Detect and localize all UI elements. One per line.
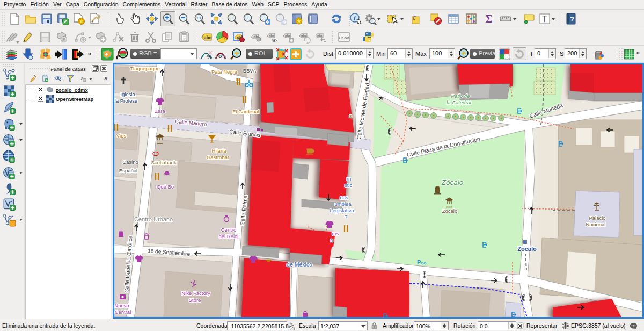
svg-text:P: P (417, 259, 421, 265)
svg-text:Patio de: Patio de (451, 93, 470, 99)
svg-text:rn: rn (347, 176, 351, 182)
svg-text:Gastrobar: Gastrobar (207, 154, 229, 160)
svg-text:o Central: o Central (114, 309, 131, 315)
svg-text:stic: stic (345, 182, 353, 188)
svg-text:Nike Factory: Nike Factory (181, 290, 210, 296)
svg-text:Vips: Vips (116, 133, 127, 139)
svg-text:Zocalo: Zocalo (442, 208, 458, 214)
svg-text:Zara: Zara (155, 108, 165, 114)
svg-text:Pata Negra: Pata Negra (211, 69, 238, 75)
svg-text:7: 7 (345, 214, 347, 220)
svg-text:Casino: Casino (122, 159, 138, 165)
svg-text:ros: ros (332, 231, 339, 236)
svg-text:s: s (349, 113, 352, 119)
svg-text:Palacio: Palacio (589, 215, 605, 221)
svg-text:Nueva: Nueva (114, 303, 129, 308)
svg-text:del Reloj: del Reloj (219, 233, 239, 239)
svg-text:Tlaquepaque: Tlaquepaque (130, 66, 159, 71)
svg-text:BBVA: BBVA (243, 68, 257, 74)
svg-text:Español: Español (119, 168, 137, 174)
svg-text:El Cardenal: El Cardenal (232, 109, 259, 114)
svg-text:umblea: umblea (334, 201, 352, 207)
svg-text:Centro Urbano: Centro Urbano (134, 216, 173, 222)
svg-text:Nacional: Nacional (586, 221, 606, 227)
svg-text:Store: Store (189, 297, 201, 303)
svg-text:nas: nas (340, 195, 348, 200)
svg-text:Scotiabank: Scotiabank (151, 160, 176, 166)
svg-text:Zócalo: Zócalo (441, 178, 464, 186)
svg-text:Qué Bo: Qué Bo (157, 184, 174, 190)
svg-text:Centro: Centro (221, 227, 237, 233)
svg-text:Legislativa: Legislativa (330, 207, 355, 213)
svg-text:de México: de México (287, 261, 312, 268)
svg-text:Iglesia: Iglesia (120, 91, 135, 97)
svg-text:Hilaria: Hilaria (212, 148, 227, 154)
svg-text:n: n (330, 237, 333, 243)
svg-text:Zócalo: Zócalo (517, 246, 537, 252)
svg-text:la Profesa: la Profesa (115, 98, 138, 104)
svg-text:la Catedral: la Catedral (447, 99, 472, 105)
